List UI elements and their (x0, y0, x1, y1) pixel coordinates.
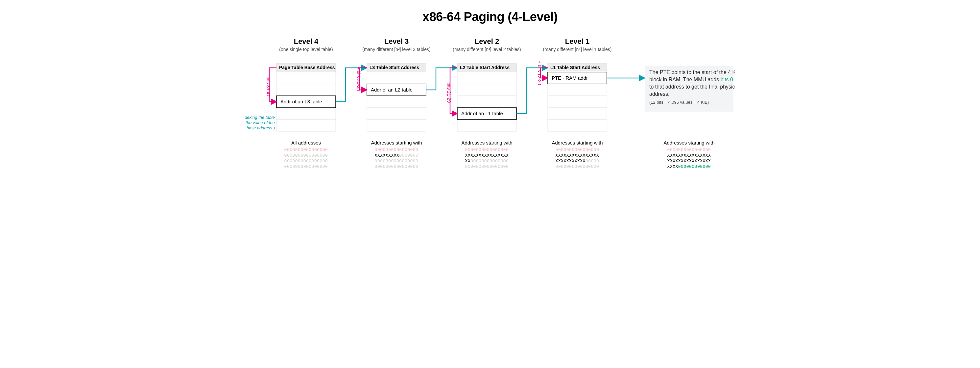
bits-label-2: + bits 21-29 (447, 79, 452, 103)
level-2-title: Level 2 (474, 37, 499, 45)
addr-bits-row: XXXXXXXXXXX00000 (555, 158, 599, 163)
table-2-row (457, 72, 517, 84)
table-4-row (277, 108, 336, 120)
addr-bits-row: XXXXXXXXXXXXXXXX (555, 153, 599, 158)
addr-bits-row: 0000000000000000 (284, 164, 328, 169)
table-2-row (457, 96, 517, 108)
table-3-row (367, 108, 426, 120)
table-1-row (548, 96, 607, 108)
table-2-row (457, 84, 517, 96)
table-4-row (277, 72, 336, 84)
addr-bits-row: XX00000000000000 (465, 158, 509, 163)
addr-bits-row: 0000000000000000 (284, 147, 328, 152)
addr-bits-row: 0000000000000000 (374, 147, 418, 152)
table-2-entry-label: Addr of an L1 table (461, 110, 503, 116)
indexing-note: by adding the value of the (245, 120, 275, 125)
addr-block-header: All addresses (291, 140, 321, 146)
level-3-subtitle: (many different [n²] level 3 tables) (362, 47, 431, 52)
bits-label-1: + bits 12-20 (537, 61, 542, 85)
diagram: Level 4(one single top level table)Page … (13, 34, 967, 198)
explanation-line: to that address to get the final physica… (649, 84, 735, 90)
bits-label-3: + bits 30-38 (356, 67, 361, 91)
table-1-row (548, 108, 607, 120)
addr-block-header: Addresses starting with (461, 140, 512, 146)
table-1-header: L1 Table Start Address (550, 65, 600, 70)
table-3-row (367, 72, 426, 84)
table-3-row (367, 120, 426, 131)
table-1-row (548, 120, 607, 131)
table-2-row (457, 120, 517, 131)
table-4-row (277, 120, 336, 131)
table-3-header: L3 Table Start Address (369, 65, 419, 70)
addr-block-header: Addresses starting with (663, 140, 714, 146)
addr-bits-row: 0000000000000000 (284, 158, 328, 163)
addr-bits-row: 0000000000000000 (555, 164, 599, 169)
table-2-header: L2 Table Start Address (460, 65, 509, 70)
level-4-subtitle: (one single top level table) (279, 47, 333, 52)
addr-block-header: Addresses starting with (552, 140, 603, 146)
flow-arrow-2 (517, 68, 548, 114)
table-4-row (277, 84, 336, 96)
addr-bits-row: 0000000000000000 (374, 158, 418, 163)
level-2-subtitle: (many different [n³] level 2 tables) (453, 47, 521, 52)
addr-bits-row: 0000000000000000 (465, 164, 509, 169)
addr-bits-row: XXXX000000000000 (667, 164, 711, 169)
explanation-line: address. (649, 91, 669, 97)
addr-block-header: Addresses starting with (371, 140, 422, 146)
table-3-row (367, 96, 426, 108)
addr-bits-row: 0000000000000000 (555, 147, 599, 152)
addr-bits-row: 0000000000000000 (374, 164, 418, 169)
explanation-line: block in RAM. The MMU adds bits 0-11 (649, 77, 735, 82)
indexing-note: bits to the base address.) (245, 125, 275, 130)
explanation-footnote: (12 bits = 4,096 values = 4 KiB) (649, 100, 709, 105)
table-1-entry-label: PTE - RAM addr (552, 75, 588, 81)
table-3-entry-label: Addr of an L2 table (371, 87, 412, 93)
addr-bits-row: XXXXXXXXXXXXXXXX (667, 158, 711, 163)
explanation-line: The PTE points to the start of the 4 KiB (649, 69, 735, 75)
level-1-title: Level 1 (565, 37, 589, 45)
table-4-entry-label: Addr of an L3 table (280, 99, 322, 104)
addr-bits-row: 0000000000000000 (465, 147, 509, 152)
bits-label-4: + bits 39-47 (266, 73, 271, 97)
page-title: x86-64 Paging (4-Level) (13, 10, 967, 24)
table-4-header: Page Table Base Address (279, 65, 335, 70)
flow-arrow-3 (426, 68, 457, 90)
addr-bits-row: 0000000000000000 (667, 147, 711, 152)
addr-bits-row: XXXXXXXXX0000000 (374, 153, 418, 158)
flow-arrow-4 (336, 68, 367, 102)
indexing-note: (We're indexing the table (245, 115, 275, 120)
level-4-title: Level 4 (294, 37, 318, 45)
level-3-title: Level 3 (384, 37, 409, 45)
table-1-row (548, 84, 607, 96)
addr-bits-row: XXXXXXXXXXXXXXXX (667, 153, 711, 158)
level-1-subtitle: (many different [n⁴] level 1 tables) (543, 47, 611, 52)
addr-bits-row: 0000000000000000 (284, 153, 328, 158)
addr-bits-row: XXXXXXXXXXXXXXXX (465, 153, 509, 158)
